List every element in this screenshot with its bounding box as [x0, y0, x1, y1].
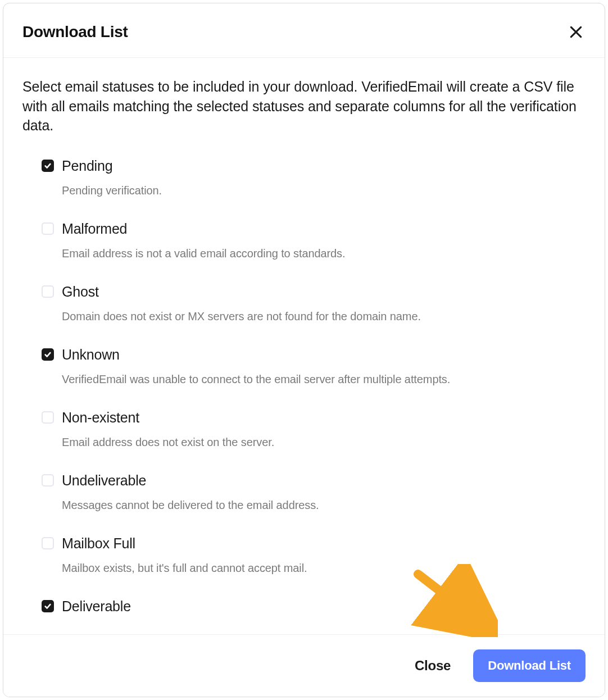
status-desc: Domain does not exist or MX servers are … — [62, 310, 586, 323]
status-label[interactable]: Unknown — [62, 347, 120, 363]
status-label[interactable]: Non-existent — [62, 410, 139, 426]
status-item-ghost: Ghost Domain does not exist or MX server… — [42, 284, 586, 323]
status-row: Non-existent — [42, 410, 586, 426]
status-item-malformed: Malformed Email address is not a valid e… — [42, 221, 586, 260]
status-desc: VerifiedEmail was unable to connect to t… — [62, 373, 586, 386]
dialog-footer: Close Download List — [3, 634, 605, 697]
status-label[interactable]: Ghost — [62, 284, 99, 300]
check-icon — [44, 162, 52, 170]
status-row: Undeliverable — [42, 472, 586, 489]
status-row: Deliverable — [42, 598, 586, 615]
status-desc: Messages cannot be delivered to the emai… — [62, 499, 586, 512]
close-icon — [569, 25, 583, 39]
download-list-button[interactable]: Download List — [473, 649, 586, 682]
checkbox-non-existent[interactable] — [42, 411, 54, 424]
status-desc: Pending verification. — [62, 184, 586, 197]
status-label[interactable]: Deliverable — [62, 598, 131, 615]
close-button[interactable]: Close — [415, 658, 451, 674]
status-desc: Email address does not exist on the serv… — [62, 436, 586, 449]
status-item-unknown: Unknown VerifiedEmail was unable to conn… — [42, 347, 586, 386]
status-item-non-existent: Non-existent Email address does not exis… — [42, 410, 586, 449]
status-label[interactable]: Mailbox Full — [62, 535, 135, 552]
download-list-dialog: Download List Select email statuses to b… — [3, 3, 605, 697]
status-list: Pending Pending verification. Malformed … — [22, 158, 586, 615]
status-desc: Mailbox exists, but it's full and cannot… — [62, 562, 586, 575]
spacer — [22, 615, 586, 635]
check-icon — [44, 602, 52, 610]
status-label[interactable]: Malformed — [62, 221, 127, 237]
dialog-title: Download List — [22, 23, 128, 41]
checkbox-unknown[interactable] — [42, 348, 54, 361]
checkbox-mailbox-full[interactable] — [42, 537, 54, 549]
status-label[interactable]: Undeliverable — [62, 472, 146, 489]
intro-text: Select email statuses to be included in … — [22, 77, 586, 135]
status-row: Mailbox Full — [42, 535, 586, 552]
status-item-pending: Pending Pending verification. — [42, 158, 586, 197]
status-label[interactable]: Pending — [62, 158, 112, 174]
status-desc: Email address is not a valid email accor… — [62, 247, 586, 260]
status-row: Pending — [42, 158, 586, 174]
dialog-header: Download List — [3, 3, 605, 58]
checkbox-undeliverable[interactable] — [42, 474, 54, 487]
status-item-deliverable: Deliverable — [42, 598, 586, 615]
status-row: Unknown — [42, 347, 586, 363]
status-row: Ghost — [42, 284, 586, 300]
close-icon-button[interactable] — [566, 22, 586, 42]
status-row: Malformed — [42, 221, 586, 237]
checkbox-malformed[interactable] — [42, 222, 54, 235]
status-item-mailbox-full: Mailbox Full Mailbox exists, but it's fu… — [42, 535, 586, 575]
status-item-undeliverable: Undeliverable Messages cannot be deliver… — [42, 472, 586, 512]
check-icon — [44, 351, 52, 358]
checkbox-ghost[interactable] — [42, 285, 54, 298]
dialog-body[interactable]: Select email statuses to be included in … — [3, 58, 605, 634]
checkbox-deliverable[interactable] — [42, 600, 54, 612]
checkbox-pending[interactable] — [42, 160, 54, 172]
